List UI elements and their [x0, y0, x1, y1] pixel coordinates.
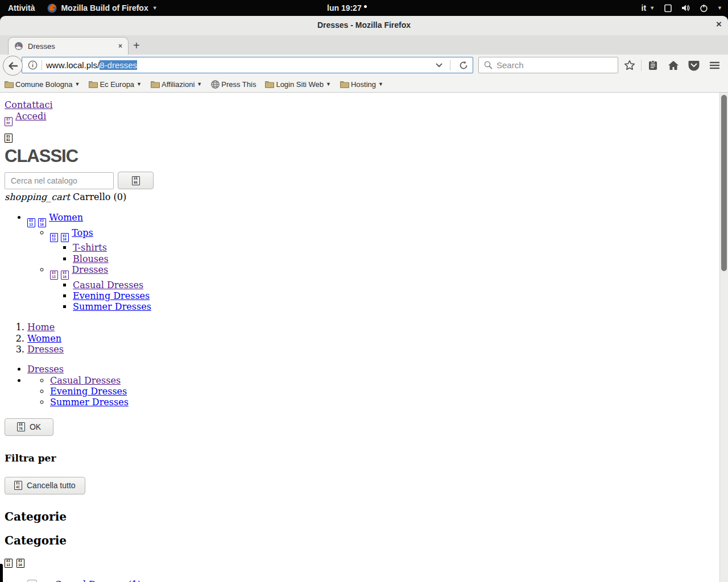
back-button[interactable]: [3, 56, 23, 76]
category-link-casual-dresses[interactable]: Casual Dresses: [50, 375, 121, 386]
globe-icon: [211, 80, 220, 89]
url-prefix: www.local.pls/: [46, 60, 100, 70]
url-dropdown-icon[interactable]: [436, 63, 442, 68]
category-tree-item: Casual Dresses: [50, 375, 717, 386]
new-tab-button[interactable]: +: [133, 39, 140, 52]
facet-checkbox[interactable]: [27, 580, 37, 582]
clear-all-button[interactable]: E14CCancella tutto: [5, 477, 85, 494]
category-link-summer-dresses[interactable]: Summer Dresses: [50, 397, 129, 408]
power-icon[interactable]: [700, 4, 708, 13]
menu-link-summer-dresses[interactable]: Summer Dresses: [73, 301, 151, 312]
pocket-icon[interactable]: [684, 60, 704, 71]
menu-item-tshirts: T-shirts: [73, 242, 717, 253]
toolbar-separator: [641, 60, 642, 71]
breadcrumb-link-dresses[interactable]: Dresses: [27, 344, 64, 355]
activities-button[interactable]: Attività: [8, 3, 35, 13]
menu-item-blouses: Blouses: [73, 253, 717, 264]
volume-icon[interactable]: [681, 4, 690, 12]
home-icon[interactable]: [663, 60, 684, 70]
cart-summary[interactable]: shopping_cart Carrello (0): [5, 192, 717, 203]
folder-icon: [5, 80, 14, 88]
menu-item-casual-dresses: Casual Dresses: [73, 280, 717, 290]
menu-toggle-icon[interactable]: E5D2: [5, 134, 13, 143]
menu-link-women[interactable]: E313 E316 Women: [27, 212, 83, 223]
bookmark-folder-hosting[interactable]: Hosting ▼: [340, 80, 383, 89]
login-link[interactable]: E7FF Accedi: [5, 111, 46, 122]
menu-link-tshirts[interactable]: T-shirts: [73, 242, 107, 253]
category-tree: Dresses Casual Dresses Evening Dresses S…: [5, 364, 717, 408]
folder-icon: [340, 80, 349, 88]
tab-close-icon[interactable]: ×: [118, 42, 122, 50]
menu-link-tops[interactable]: E313 E316 Tops: [50, 227, 93, 238]
bookmark-press-this[interactable]: Press This: [211, 80, 256, 89]
facet-collapse-toggle[interactable]: E313 E316: [5, 559, 717, 568]
vertical-scrollbar[interactable]: [719, 93, 728, 582]
bookmark-folder-affiliazioni[interactable]: Affiliazioni ▼: [151, 80, 202, 89]
chevron-down-icon: E313: [27, 218, 35, 227]
keyboard-layout-indicator[interactable]: it ▼: [642, 3, 655, 13]
contact-link[interactable]: Contattaci: [5, 99, 53, 110]
menu-link-dresses[interactable]: E313 E316 Dresses: [50, 264, 108, 275]
url-selected-text: 8-dresses: [100, 60, 137, 70]
shop-logo[interactable]: CLASSIC: [5, 147, 717, 166]
menu-link-evening-dresses[interactable]: Evening Dresses: [73, 290, 150, 301]
main-nav-menu: E313 E316 Women E313 E316 Tops T-shirts …: [5, 212, 717, 312]
filter-ok-button[interactable]: E876OK: [5, 418, 53, 436]
firefox-app-menu[interactable]: Mozilla Build of Firefox ▼: [47, 3, 157, 13]
display-icon[interactable]: [664, 4, 672, 13]
chevron-down-icon: ▼: [75, 81, 80, 87]
search-bar[interactable]: Search: [478, 57, 618, 73]
bookmark-folder-login-siti-web[interactable]: Login Siti Web ▼: [265, 80, 331, 89]
catalog-search-button[interactable]: E8B6: [118, 172, 154, 189]
menu-hamburger-icon[interactable]: [704, 61, 725, 69]
window-titlebar[interactable]: Dresses - Mozilla Firefox ×: [0, 16, 728, 36]
chevron-down-icon: E313: [50, 271, 58, 280]
category-tree-item: Evening Dresses: [50, 386, 717, 397]
filter-title: Filtra per: [5, 452, 717, 464]
bookmark-label: Comune Bologna: [15, 80, 72, 89]
chevron-up-icon: E316: [61, 233, 69, 242]
search-icon: [484, 61, 493, 69]
chevron-down-icon[interactable]: ▼: [717, 5, 722, 11]
breadcrumb-link-women[interactable]: Women: [27, 333, 61, 344]
app-menu-label: Mozilla Build of Firefox: [61, 3, 148, 13]
facet-link-casual-dresses[interactable]: Casual Dresses (1): [55, 579, 141, 582]
tab-title: Dresses: [28, 42, 114, 51]
tab-dresses[interactable]: Dresses ×: [8, 37, 129, 55]
chevron-down-icon: ▼: [152, 5, 158, 11]
bookmark-folder-ec-europa[interactable]: Ec Europa ▼: [89, 80, 142, 89]
library-icon[interactable]: [643, 60, 663, 71]
gnome-clock[interactable]: lun 19:27: [327, 0, 367, 16]
chevron-up-icon: E316: [61, 271, 69, 280]
bookmark-star-icon[interactable]: [619, 60, 640, 71]
url-divider: [450, 60, 450, 70]
menu-link-casual-dresses[interactable]: Casual Dresses: [73, 280, 143, 290]
bookmark-label: Login Siti Web: [276, 80, 324, 89]
catalog-search-input[interactable]: [5, 172, 114, 189]
firefox-logo-icon: [47, 3, 57, 13]
menu-item-women: E313 E316 Women E313 E316 Tops T-shirts …: [27, 212, 717, 312]
cart-label: Carrello (0): [73, 192, 126, 202]
menu-item-tops: E313 E316 Tops T-shirts Blouses: [50, 227, 717, 264]
category-link-dresses[interactable]: Dresses: [27, 364, 64, 375]
status-popup-corner: [0, 564, 3, 582]
scrollbar-thumb[interactable]: [721, 95, 727, 271]
reload-button[interactable]: [459, 61, 468, 70]
bookmark-label: Press This: [221, 80, 256, 89]
url-text[interactable]: www.local.pls/8-dresses: [46, 60, 137, 70]
menu-link-blouses[interactable]: Blouses: [73, 253, 109, 264]
clear-icon: E14C: [14, 481, 22, 490]
category-link-evening-dresses[interactable]: Evening Dresses: [50, 386, 127, 397]
done-icon: E876: [17, 422, 25, 431]
chevron-up-icon: E316: [16, 559, 24, 568]
bookmark-folder-comune-bologna[interactable]: Comune Bologna ▼: [5, 80, 80, 89]
breadcrumb-link-home[interactable]: Home: [27, 322, 55, 332]
site-info-icon[interactable]: [28, 60, 38, 70]
breadcrumb: Home Women Dresses: [5, 322, 717, 355]
chevron-down-icon: ▼: [197, 81, 202, 87]
url-bar[interactable]: www.local.pls/8-dresses: [22, 57, 473, 73]
window-close-button[interactable]: ×: [716, 19, 722, 30]
menu-item-evening-dresses: Evening Dresses: [73, 290, 717, 301]
breadcrumb-item-dresses: Dresses: [27, 344, 717, 355]
navigation-toolbar: www.local.pls/8-dresses Search: [0, 55, 728, 76]
